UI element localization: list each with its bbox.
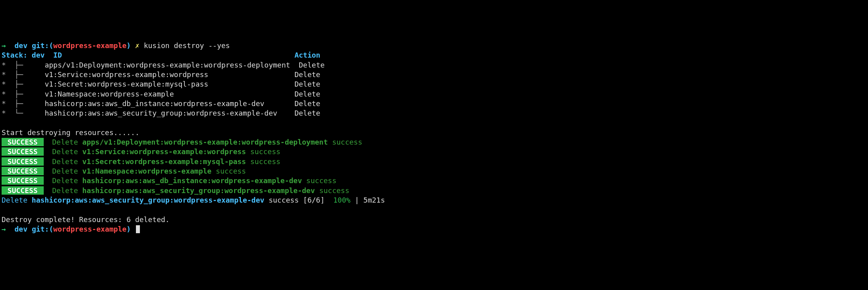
result-resource: v1:Service:wordpress-example:wordpress (82, 147, 246, 156)
plan-row: * ├─ v1:Namespace:wordpress-example Dele… (2, 89, 866, 99)
result-suffix: success (315, 186, 349, 195)
result-verb: Delete (52, 157, 82, 166)
resource-id: hashicorp:aws:aws_db_instance:wordpress-… (45, 99, 264, 108)
result-suffix: success (246, 157, 281, 166)
result-suffix: success (328, 138, 362, 146)
resource-id: v1:Service:wordpress-example:wordpress (45, 70, 208, 79)
result-suffix: success (246, 147, 281, 156)
cursor-icon (136, 225, 140, 233)
prompt-cwd: dev (15, 41, 28, 50)
result-verb: Delete (52, 176, 82, 185)
plan-row: * └─ hashicorp:aws:aws_security_group:wo… (2, 108, 866, 118)
status-badge: SUCCESS (2, 186, 44, 195)
status-badge: SUCCESS (2, 147, 44, 156)
terminal-output: → dev git:(wordpress-example) ✗ kusion d… (2, 41, 866, 234)
plan-action: Delete (294, 99, 320, 108)
result-row: SUCCESS Delete v1:Namespace:wordpress-ex… (2, 166, 866, 176)
status-badge: SUCCESS (2, 167, 44, 175)
blank-line (2, 118, 866, 128)
progress-elapsed: | 5m21s (351, 196, 385, 204)
status-badge: SUCCESS (2, 157, 44, 166)
git-branch: wordpress-example (53, 225, 126, 233)
summary-resource: hashicorp:aws:aws_security_group:wordpre… (32, 196, 264, 204)
blank-line (2, 205, 866, 215)
plan-header-left: Stack: dev ID (2, 51, 294, 59)
resource-id: apps/v1:Deployment:wordpress-example:wor… (45, 61, 290, 69)
plan-row: * ├─ v1:Secret:wordpress-example:mysql-p… (2, 79, 866, 89)
resource-id: hashicorp:aws:aws_security_group:wordpre… (45, 109, 277, 117)
result-resource: hashicorp:aws:aws_db_instance:wordpress-… (82, 176, 302, 185)
plan-row: * ├─ apps/v1:Deployment:wordpress-exampl… (2, 60, 866, 70)
resource-id: v1:Namespace:wordpress-example (45, 90, 174, 98)
status-badge: SUCCESS (2, 138, 44, 146)
summary-status: success (264, 196, 303, 204)
result-suffix: success (302, 176, 337, 185)
start-destroying-label: Start destroying resources...... (2, 128, 140, 137)
result-resource: v1:Namespace:wordpress-example (82, 167, 211, 175)
progress-line: Delete hashicorp:aws:aws_security_group:… (2, 195, 866, 205)
git-label: git:( (32, 41, 53, 50)
tree-marker: * └─ (2, 109, 45, 117)
plan-action: Delete (294, 90, 320, 98)
tree-marker: * ├─ (2, 80, 45, 88)
result-resource: hashicorp:aws:aws_security_group:wordpre… (82, 186, 315, 195)
plan-header: Stack: dev ID Action (2, 50, 866, 60)
progress-counter: [6/6] (303, 196, 333, 204)
result-verb: Delete (52, 147, 82, 156)
git-branch: wordpress-example (53, 41, 126, 50)
result-row: SUCCESS Delete v1:Secret:wordpress-examp… (2, 157, 866, 166)
result-resource: v1:Secret:wordpress-example:mysql-pass (82, 157, 246, 166)
plan-row: * ├─ hashicorp:aws:aws_db_instance:wordp… (2, 99, 866, 108)
summary-verb: Delete (2, 196, 32, 204)
plan-action: Delete (294, 109, 320, 117)
prompt-arrow-icon: → (2, 41, 6, 50)
plan-action: Delete (299, 61, 325, 69)
plan-action: Delete (294, 70, 320, 79)
result-verb: Delete (52, 186, 82, 195)
plan-action: Delete (294, 80, 320, 88)
result-suffix: success (211, 167, 246, 175)
git-close: ) (126, 41, 131, 50)
dirty-flag-icon: ✗ (135, 41, 140, 50)
destroy-complete-label: Destroy complete! Resources: 6 deleted. (2, 215, 170, 224)
git-close: ) (126, 225, 131, 233)
prompt-cwd: dev (15, 225, 28, 233)
result-verb: Delete (52, 138, 82, 146)
result-verb: Delete (52, 167, 82, 175)
resource-id: v1:Secret:wordpress-example:mysql-pass (45, 80, 208, 88)
tree-marker: * ├─ (2, 99, 45, 108)
result-row: SUCCESS Delete v1:Service:wordpress-exam… (2, 147, 866, 157)
plan-row: * ├─ v1:Service:wordpress-example:wordpr… (2, 70, 866, 79)
tree-marker: * ├─ (2, 70, 45, 79)
status-badge: SUCCESS (2, 176, 44, 185)
result-row: SUCCESS Delete hashicorp:aws:aws_securit… (2, 186, 866, 195)
git-label: git:( (32, 225, 53, 233)
plan-header-action: Action (294, 51, 320, 59)
result-resource: apps/v1:Deployment:wordpress-example:wor… (82, 138, 328, 146)
progress-percent: 100% (333, 196, 350, 204)
tree-marker: * ├─ (2, 61, 45, 69)
start-destroying: Start destroying resources...... (2, 128, 866, 137)
destroy-complete: Destroy complete! Resources: 6 deleted. (2, 215, 866, 224)
result-row: SUCCESS Delete apps/v1:Deployment:wordpr… (2, 137, 866, 147)
shell-prompt[interactable]: → dev git:(wordpress-example) ✗ kusion d… (2, 41, 866, 50)
shell-prompt[interactable]: → dev git:(wordpress-example) (2, 224, 866, 234)
command-text: kusion destroy --yes (144, 41, 230, 50)
prompt-arrow-icon: → (2, 225, 6, 233)
result-row: SUCCESS Delete hashicorp:aws:aws_db_inst… (2, 176, 866, 186)
tree-marker: * ├─ (2, 90, 45, 98)
